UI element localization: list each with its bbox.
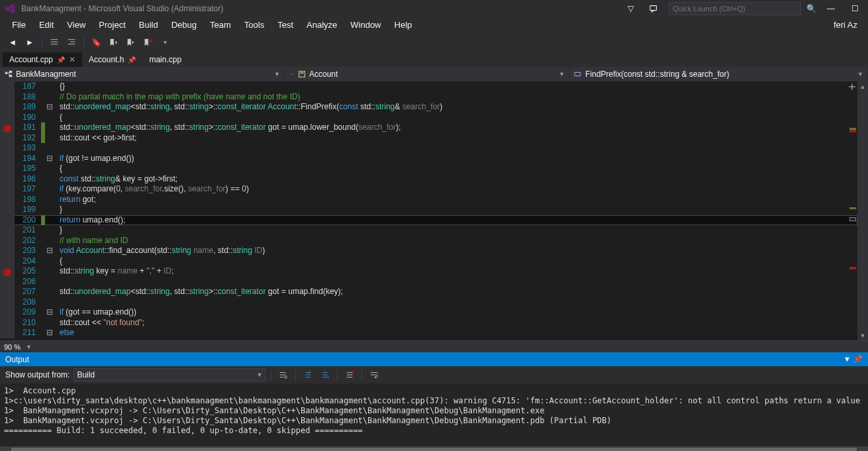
horizontal-scrollbar[interactable]: ◄ ► [0,446,868,451]
output-text[interactable]: 1> Account.cpp 1>c:\users\dirty_santa\de… [0,383,868,446]
code-line[interactable]: { [54,256,857,267]
breakpoint-gutter[interactable] [0,297,15,308]
breakpoint-gutter[interactable] [0,81,15,92]
prev-bookmark-button[interactable] [106,35,121,50]
doc-tab[interactable]: Account.cpp📌✕ [3,52,82,67]
breakpoint-gutter[interactable] [0,236,15,246]
minimize-button[interactable]: — [822,2,840,15]
maximize-button[interactable]: ☐ [845,2,864,15]
dropdown-icon[interactable]: ▼ [844,355,851,364]
code-line[interactable]: { [54,113,857,123]
code-line[interactable]: } [54,225,857,236]
menu-debug[interactable]: Debug [165,18,203,32]
menu-test[interactable]: Test [271,18,300,32]
outdent-button[interactable] [64,35,79,50]
close-icon[interactable]: ✕ [69,55,75,64]
menu-project[interactable]: Project [92,18,132,32]
output-panel-header[interactable]: Output ▼ 📌 [0,352,868,366]
class-dropdown[interactable]: → Account ▼ [285,67,569,81]
code-line[interactable]: } [54,205,857,215]
menu-analyze[interactable]: Analyze [300,18,344,32]
breakpoint-gutter[interactable] [0,277,15,287]
code-line[interactable]: return umap.end(); [54,215,857,226]
breakpoint-gutter[interactable] [0,154,15,164]
breakpoint-icon[interactable] [3,268,11,276]
fold-toggle[interactable]: ⊟ [45,102,54,113]
fold-toggle[interactable]: ⊟ [45,246,54,256]
bookmark-button[interactable]: 🔖 [89,35,103,50]
find-message-button[interactable] [277,368,290,381]
breakpoint-icon[interactable] [3,125,11,132]
pin-icon[interactable]: 📌 [57,56,65,64]
breakpoint-gutter[interactable] [0,328,15,338]
breakpoint-gutter[interactable] [0,113,15,123]
breakpoint-gutter[interactable] [0,133,15,144]
code-line[interactable]: else [54,328,857,338]
code-line[interactable]: if (got != umap.end()) [54,154,857,164]
vertical-scrollbar[interactable]: ▲ ▼ [857,81,868,340]
signed-in-user[interactable]: feri Az [834,20,863,30]
code-line[interactable]: // Do partial match in the map with pref… [54,92,857,103]
breakpoint-gutter[interactable] [0,205,15,215]
menu-tools[interactable]: Tools [238,18,271,32]
notifications-icon[interactable]: ▽ [621,2,640,15]
toolbar-overflow-button[interactable]: ▾ [158,35,172,50]
code-line[interactable]: std::unordered_map<std::string, std::str… [54,287,857,297]
code-line[interactable]: // with name and ID [54,236,857,246]
scroll-left-icon[interactable]: ◄ [0,446,11,451]
code-line[interactable]: return got; [54,195,857,205]
scroll-down-icon[interactable]: ▼ [857,330,868,340]
fold-toggle[interactable]: ⊟ [45,154,54,164]
code-line[interactable]: std::unordered_map<std::string, std::str… [54,123,857,133]
search-icon[interactable]: 🔍 [806,4,816,13]
breakpoint-gutter[interactable] [0,102,15,113]
scrollbar-thumb[interactable] [11,448,857,451]
breakpoint-gutter[interactable] [0,307,15,318]
scroll-right-icon[interactable]: ► [857,446,868,451]
breakpoint-gutter[interactable] [0,123,15,133]
fold-toggle[interactable]: ⊟ [45,307,54,318]
quick-launch-input[interactable] [669,2,801,15]
code-line[interactable]: {} [54,81,857,92]
doc-tab[interactable]: main.cpp [142,52,188,67]
code-line[interactable]: const std::string& key = got->first; [54,174,857,185]
breakpoint-gutter[interactable] [0,225,15,236]
breakpoint-gutter[interactable] [0,266,15,277]
breakpoint-gutter[interactable] [0,174,15,185]
breakpoint-gutter[interactable] [0,143,15,154]
pin-icon[interactable]: 📌 [128,56,136,64]
code-line[interactable]: std::cout << "not found"; [54,318,857,328]
doc-tab[interactable]: Account.h📌 [82,52,142,67]
menu-team[interactable]: Team [203,18,238,32]
breakpoint-gutter[interactable] [0,164,15,174]
code-editor[interactable]: 187 {}188 // Do partial match in the map… [0,81,868,340]
breakpoint-gutter[interactable] [0,184,15,195]
breakpoint-gutter[interactable] [0,215,15,226]
pin-icon[interactable]: 📌 [853,355,863,364]
clear-bookmarks-button[interactable] [140,35,155,50]
clear-output-button[interactable] [343,368,356,381]
code-line[interactable] [54,297,857,308]
code-line[interactable]: std::string key = name + "," + ID; [54,266,857,277]
fold-toggle[interactable]: ⊟ [45,328,54,338]
zoom-control[interactable]: 90 % ▼ [0,340,868,352]
next-bookmark-button[interactable] [123,35,138,50]
code-line[interactable]: if (got == umap.end()) [54,307,857,318]
code-line[interactable] [54,277,857,287]
next-message-button[interactable] [318,368,332,381]
prev-message-button[interactable] [301,368,314,381]
code-line[interactable]: void Account::find_account(std::string n… [54,246,857,256]
word-wrap-button[interactable] [367,368,381,381]
menu-edit[interactable]: Edit [32,18,60,32]
project-dropdown[interactable]: BankManagment ▼ [0,67,285,81]
code-line[interactable]: std::cout << got->first; [54,133,857,144]
breakpoint-gutter[interactable] [0,246,15,256]
nav-back-button[interactable]: ◄ [5,35,20,50]
breakpoint-gutter[interactable] [0,287,15,297]
indent-button[interactable] [47,35,62,50]
menu-build[interactable]: Build [132,18,165,32]
breakpoint-gutter[interactable] [0,92,15,103]
menu-view[interactable]: View [60,18,92,32]
scroll-up-icon[interactable]: ▲ [857,81,868,91]
breakpoint-gutter[interactable] [0,195,15,205]
